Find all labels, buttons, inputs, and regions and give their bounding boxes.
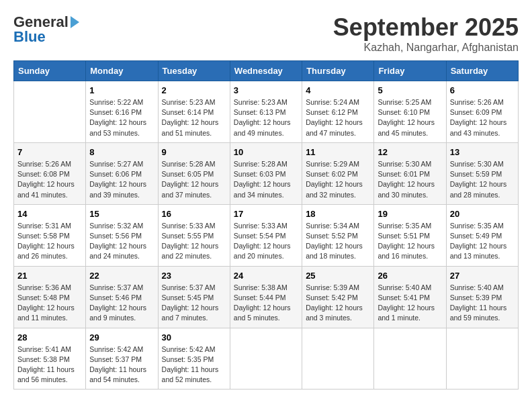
location-subtitle: Kazhah, Nangarhar, Afghanistan: [333, 42, 519, 54]
day-number: 6: [450, 85, 515, 95]
day-number: 28: [17, 332, 82, 342]
day-info: Sunrise: 5:38 AM Sunset: 5:44 PM Dayligh…: [234, 283, 298, 324]
day-info: Sunrise: 5:29 AM Sunset: 6:02 PM Dayligh…: [306, 159, 370, 200]
day-info: Sunrise: 5:24 AM Sunset: 6:12 PM Dayligh…: [306, 97, 370, 138]
cell-w2-d7: 13Sunrise: 5:30 AM Sunset: 5:59 PM Dayli…: [446, 142, 518, 204]
logo-blue-text: Blue: [13, 28, 46, 46]
logo: General Blue: [13, 13, 80, 46]
day-info: Sunrise: 5:33 AM Sunset: 5:55 PM Dayligh…: [162, 221, 226, 262]
day-info: Sunrise: 5:22 AM Sunset: 6:16 PM Dayligh…: [89, 97, 154, 138]
cell-w2-d3: 9Sunrise: 5:28 AM Sunset: 6:05 PM Daylig…: [158, 142, 230, 204]
cell-w2-d4: 10Sunrise: 5:28 AM Sunset: 6:03 PM Dayli…: [230, 142, 302, 204]
day-number: 23: [162, 271, 226, 281]
day-info: Sunrise: 5:34 AM Sunset: 5:52 PM Dayligh…: [306, 221, 370, 262]
col-sunday: Sunday: [14, 61, 86, 81]
day-info: Sunrise: 5:32 AM Sunset: 5:56 PM Dayligh…: [89, 221, 154, 262]
day-number: 7: [17, 147, 82, 157]
day-info: Sunrise: 5:40 AM Sunset: 5:41 PM Dayligh…: [378, 283, 442, 324]
calendar-header-row: Sunday Monday Tuesday Wednesday Thursday…: [14, 61, 519, 81]
cell-w5-d5: [302, 328, 374, 390]
day-number: 22: [89, 271, 154, 281]
cell-w2-d2: 8Sunrise: 5:27 AM Sunset: 6:06 PM Daylig…: [86, 142, 158, 204]
cell-w5-d6: [374, 328, 446, 390]
cell-w1-d1: [14, 81, 86, 143]
cell-w4-d7: 27Sunrise: 5:40 AM Sunset: 5:39 PM Dayli…: [446, 266, 518, 328]
day-number: 16: [162, 209, 226, 219]
cell-w1-d7: 6Sunrise: 5:26 AM Sunset: 6:09 PM Daylig…: [446, 81, 518, 143]
day-number: 17: [234, 209, 298, 219]
week-row-5: 28Sunrise: 5:41 AM Sunset: 5:38 PM Dayli…: [14, 328, 519, 390]
week-row-2: 7Sunrise: 5:26 AM Sunset: 6:08 PM Daylig…: [14, 142, 519, 204]
day-info: Sunrise: 5:25 AM Sunset: 6:10 PM Dayligh…: [378, 97, 442, 138]
cell-w1-d2: 1Sunrise: 5:22 AM Sunset: 6:16 PM Daylig…: [86, 81, 158, 143]
day-info: Sunrise: 5:40 AM Sunset: 5:39 PM Dayligh…: [450, 283, 515, 324]
day-number: 15: [89, 209, 154, 219]
week-row-1: 1Sunrise: 5:22 AM Sunset: 6:16 PM Daylig…: [14, 81, 519, 143]
cell-w4-d6: 26Sunrise: 5:40 AM Sunset: 5:41 PM Dayli…: [374, 266, 446, 328]
cell-w3-d2: 15Sunrise: 5:32 AM Sunset: 5:56 PM Dayli…: [86, 204, 158, 266]
day-number: 25: [306, 271, 370, 281]
col-monday: Monday: [86, 61, 158, 81]
cell-w4-d4: 24Sunrise: 5:38 AM Sunset: 5:44 PM Dayli…: [230, 266, 302, 328]
day-number: 2: [162, 85, 226, 95]
day-number: 18: [306, 209, 370, 219]
day-info: Sunrise: 5:30 AM Sunset: 6:01 PM Dayligh…: [378, 159, 442, 200]
day-number: 19: [378, 209, 442, 219]
day-number: 9: [162, 147, 226, 157]
day-number: 30: [162, 332, 226, 342]
logo-arrow-icon: [71, 16, 79, 28]
day-number: 1: [89, 85, 154, 95]
cell-w3-d6: 19Sunrise: 5:35 AM Sunset: 5:51 PM Dayli…: [374, 204, 446, 266]
day-number: 26: [378, 271, 442, 281]
cell-w2-d6: 12Sunrise: 5:30 AM Sunset: 6:01 PM Dayli…: [374, 142, 446, 204]
col-tuesday: Tuesday: [158, 61, 230, 81]
cell-w4-d2: 22Sunrise: 5:37 AM Sunset: 5:46 PM Dayli…: [86, 266, 158, 328]
col-thursday: Thursday: [302, 61, 374, 81]
cell-w1-d5: 4Sunrise: 5:24 AM Sunset: 6:12 PM Daylig…: [302, 81, 374, 143]
cell-w1-d6: 5Sunrise: 5:25 AM Sunset: 6:10 PM Daylig…: [374, 81, 446, 143]
cell-w1-d3: 2Sunrise: 5:23 AM Sunset: 6:14 PM Daylig…: [158, 81, 230, 143]
day-number: 5: [378, 85, 442, 95]
cell-w5-d2: 29Sunrise: 5:42 AM Sunset: 5:37 PM Dayli…: [86, 328, 158, 390]
day-info: Sunrise: 5:31 AM Sunset: 5:58 PM Dayligh…: [17, 221, 82, 262]
cell-w2-d1: 7Sunrise: 5:26 AM Sunset: 6:08 PM Daylig…: [14, 142, 86, 204]
day-number: 20: [450, 209, 515, 219]
cell-w3-d3: 16Sunrise: 5:33 AM Sunset: 5:55 PM Dayli…: [158, 204, 230, 266]
cell-w1-d4: 3Sunrise: 5:23 AM Sunset: 6:13 PM Daylig…: [230, 81, 302, 143]
day-info: Sunrise: 5:26 AM Sunset: 6:08 PM Dayligh…: [17, 159, 82, 200]
col-saturday: Saturday: [446, 61, 518, 81]
day-info: Sunrise: 5:42 AM Sunset: 5:37 PM Dayligh…: [89, 345, 154, 385]
day-number: 24: [234, 271, 298, 281]
day-number: 3: [234, 85, 298, 95]
day-info: Sunrise: 5:42 AM Sunset: 5:35 PM Dayligh…: [162, 345, 226, 385]
day-info: Sunrise: 5:28 AM Sunset: 6:05 PM Dayligh…: [162, 159, 226, 200]
day-info: Sunrise: 5:41 AM Sunset: 5:38 PM Dayligh…: [17, 345, 82, 385]
day-info: Sunrise: 5:37 AM Sunset: 5:46 PM Dayligh…: [89, 283, 154, 324]
month-year-title: September 2025: [333, 13, 519, 42]
cell-w5-d4: [230, 328, 302, 390]
day-number: 4: [306, 85, 370, 95]
cell-w5-d1: 28Sunrise: 5:41 AM Sunset: 5:38 PM Dayli…: [14, 328, 86, 390]
day-number: 11: [306, 147, 370, 157]
day-info: Sunrise: 5:23 AM Sunset: 6:14 PM Dayligh…: [162, 97, 226, 138]
day-info: Sunrise: 5:35 AM Sunset: 5:49 PM Dayligh…: [450, 221, 515, 262]
week-row-3: 14Sunrise: 5:31 AM Sunset: 5:58 PM Dayli…: [14, 204, 519, 266]
cell-w4-d3: 23Sunrise: 5:37 AM Sunset: 5:45 PM Dayli…: [158, 266, 230, 328]
page-header: General Blue September 2025 Kazhah, Nang…: [13, 13, 519, 54]
day-info: Sunrise: 5:28 AM Sunset: 6:03 PM Dayligh…: [234, 159, 298, 200]
day-info: Sunrise: 5:35 AM Sunset: 5:51 PM Dayligh…: [378, 221, 442, 262]
day-info: Sunrise: 5:39 AM Sunset: 5:42 PM Dayligh…: [306, 283, 370, 324]
calendar-table: Sunday Monday Tuesday Wednesday Thursday…: [13, 60, 519, 390]
cell-w3-d5: 18Sunrise: 5:34 AM Sunset: 5:52 PM Dayli…: [302, 204, 374, 266]
title-section: September 2025 Kazhah, Nangarhar, Afghan…: [333, 13, 519, 54]
day-info: Sunrise: 5:33 AM Sunset: 5:54 PM Dayligh…: [234, 221, 298, 262]
day-number: 27: [450, 271, 515, 281]
day-info: Sunrise: 5:37 AM Sunset: 5:45 PM Dayligh…: [162, 283, 226, 324]
cell-w5-d3: 30Sunrise: 5:42 AM Sunset: 5:35 PM Dayli…: [158, 328, 230, 390]
day-number: 29: [89, 332, 154, 342]
day-number: 8: [89, 147, 154, 157]
cell-w2-d5: 11Sunrise: 5:29 AM Sunset: 6:02 PM Dayli…: [302, 142, 374, 204]
day-number: 12: [378, 147, 442, 157]
day-info: Sunrise: 5:36 AM Sunset: 5:48 PM Dayligh…: [17, 283, 82, 324]
cell-w4-d5: 25Sunrise: 5:39 AM Sunset: 5:42 PM Dayli…: [302, 266, 374, 328]
